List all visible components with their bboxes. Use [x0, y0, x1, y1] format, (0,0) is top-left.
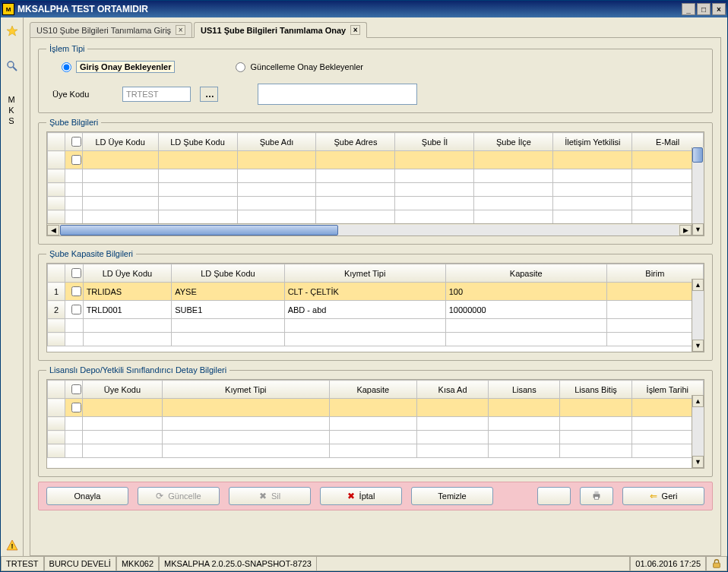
- status-version: MKSALPHA 2.0.25.0-SNAPSHOT-8723: [159, 557, 317, 571]
- svg-rect-6: [594, 491, 598, 495]
- grid1-col-1[interactable]: LD Şube Kodu: [158, 133, 237, 151]
- grid1-row[interactable]: [48, 183, 704, 197]
- blank-button[interactable]: [537, 487, 571, 505]
- onayla-button[interactable]: Onayla: [46, 487, 128, 505]
- rail-label: MKS: [8, 95, 15, 125]
- grid3: Üye Kodu Kıymet Tipi Kapasite Kısa Ad Li…: [46, 379, 704, 469]
- tab-close-icon[interactable]: ×: [350, 25, 360, 35]
- grid3-row[interactable]: [48, 444, 704, 458]
- islem-tipi-legend: İşlem Tipi: [46, 44, 87, 53]
- svg-text:!: !: [11, 542, 13, 550]
- grid3-col-1[interactable]: Kıymet Tipi: [162, 381, 329, 399]
- grid1-col-0[interactable]: LD Üye Kodu: [82, 133, 158, 151]
- grid1-table[interactable]: LD Üye Kodu LD Şube Kodu Şube Adı Şube A…: [47, 132, 704, 224]
- grid1-row[interactable]: [48, 197, 704, 210]
- tab-close-icon[interactable]: ×: [176, 25, 185, 35]
- grid3-header-row: Üye Kodu Kıymet Tipi Kapasite Kısa Ad Li…: [48, 381, 704, 399]
- status-bar: TRTEST BURCU DEVELİ MKK062 MKSALPHA 2.0.…: [1, 556, 727, 571]
- grid2-row[interactable]: [48, 333, 704, 346]
- grid1-row[interactable]: [48, 210, 704, 224]
- grid2-vscroll[interactable]: ▲ ▼: [692, 279, 704, 352]
- grid2-row[interactable]: 1 TRLIDAS AYSE CLT - ÇELTİK 100: [48, 283, 704, 301]
- status-app-code: MKK062: [116, 557, 159, 571]
- guncelle-button[interactable]: ⟳ Güncelle: [138, 487, 220, 505]
- grid2-row[interactable]: 2 TRLD001 SUBE1 ABD - abd 10000000: [48, 301, 704, 319]
- svg-marker-0: [7, 26, 17, 36]
- grid1-row[interactable]: [48, 169, 704, 183]
- grid1-row[interactable]: [48, 151, 704, 169]
- refresh-icon: ⟳: [156, 491, 163, 501]
- grid2-header-row: LD Üye Kodu LD Şube Kodu Kıymet Tipi Kap…: [48, 264, 704, 283]
- grid2-col-4[interactable]: Birim: [606, 264, 703, 283]
- grid3-row[interactable]: [48, 431, 704, 444]
- grid3-header-checkbox[interactable]: [65, 381, 83, 399]
- grid1-header-checkbox[interactable]: [65, 133, 82, 151]
- grid3-col-3[interactable]: Kısa Ad: [416, 381, 488, 399]
- grid3-col-5[interactable]: Lisans Bitiş: [560, 381, 631, 399]
- maximize-button[interactable]: □: [697, 3, 711, 15]
- grid3-col-0[interactable]: Üye Kodu: [83, 381, 163, 399]
- grid3-col-4[interactable]: Lisans: [489, 381, 560, 399]
- status-user-name: BURCU DEVELİ: [44, 557, 116, 571]
- tab-us10[interactable]: US10 Şube Bilgileri Tanımlama Giriş ×: [30, 22, 192, 38]
- temizle-button[interactable]: Temizle: [411, 487, 493, 505]
- grid1-col-6[interactable]: İletişim Yetkilisi: [553, 133, 632, 151]
- tab-label: US10 Şube Bilgileri Tanımlama Giriş: [36, 26, 171, 35]
- minimize-button[interactable]: _: [682, 3, 695, 15]
- iptal-button[interactable]: ✖ İptal: [320, 487, 402, 505]
- grid1-col-3[interactable]: Şube Adres: [316, 133, 395, 151]
- radio-guncelleme-onay-input[interactable]: [236, 62, 245, 72]
- grid3-vscroll[interactable]: ▲ ▼: [692, 395, 704, 468]
- back-arrow-icon: ⇐: [650, 491, 657, 501]
- search-icon[interactable]: [6, 60, 18, 72]
- sube-bilgileri-group: Şube Bilgileri: [38, 118, 713, 245]
- grid2-table[interactable]: LD Üye Kodu LD Şube Kodu Kıymet Tipi Kap…: [47, 264, 704, 346]
- grid2-col-1[interactable]: LD Şube Kodu: [172, 264, 284, 283]
- tab-panel: İşlem Tipi Giriş Onay Bekleyenler Güncel…: [30, 37, 721, 556]
- grid3-row[interactable]: [48, 399, 704, 417]
- radio-giris-onay-input[interactable]: [62, 62, 71, 72]
- radio-giris-onay[interactable]: Giriş Onay Bekleyenler: [62, 61, 175, 73]
- grid3-table[interactable]: Üye Kodu Kıymet Tipi Kapasite Kısa Ad Li…: [47, 380, 704, 458]
- scroll-left-icon[interactable]: ◀: [47, 225, 59, 235]
- grid2-row[interactable]: [48, 319, 704, 333]
- close-button[interactable]: ×: [712, 3, 726, 15]
- status-datetime: 01.06.2016 17:25: [630, 557, 706, 571]
- grid1-col-5[interactable]: Şube İlçe: [474, 133, 553, 151]
- grid3-row[interactable]: [48, 417, 704, 431]
- grid1-vscroll[interactable]: ▼: [692, 147, 704, 235]
- titlebar: M MKSALPHA TEST ORTAMIDIR _ □ ×: [1, 1, 727, 17]
- sil-button[interactable]: ✖ Sil: [229, 487, 311, 505]
- grid1-col-4[interactable]: Şube İl: [395, 133, 474, 151]
- status-spacer: [317, 557, 630, 571]
- uye-kodu-input[interactable]: [122, 87, 191, 102]
- tab-us11[interactable]: US11 Şube Bilgileri Tanımlama Onay ×: [194, 22, 367, 38]
- geri-button[interactable]: ⇐ Geri: [622, 487, 704, 505]
- warning-icon[interactable]: !: [6, 539, 18, 551]
- uye-kodu-lookup-button[interactable]: …: [200, 87, 218, 102]
- grid3-col-2[interactable]: Kapasite: [329, 381, 416, 399]
- scroll-right-icon[interactable]: ▶: [679, 225, 692, 235]
- grid1-col-2[interactable]: Şube Adı: [237, 133, 316, 151]
- grid2-col-0[interactable]: LD Üye Kodu: [83, 264, 172, 283]
- radio-guncelleme-onay[interactable]: Güncelleme Onay Bekleyenler: [236, 62, 363, 72]
- grid1-corner: [48, 133, 65, 151]
- sube-kapasite-legend: Şube Kapasite Bilgileri: [46, 249, 136, 258]
- svg-rect-7: [594, 497, 598, 500]
- main-area: US10 Şube Bilgileri Tanımlama Giriş × US…: [24, 17, 727, 556]
- radio-guncelleme-onay-label: Güncelleme Onay Bekleyenler: [250, 62, 363, 71]
- app-icon: M: [2, 3, 14, 15]
- grid2-col-3[interactable]: Kapasite: [445, 264, 606, 283]
- grid2-col-2[interactable]: Kıymet Tipi: [284, 264, 445, 283]
- print-button[interactable]: [580, 487, 613, 505]
- grid1: LD Üye Kodu LD Şube Kodu Şube Adı Şube A…: [46, 131, 704, 236]
- grid1-hscroll-thumb[interactable]: [60, 225, 338, 235]
- lisansli-depo-group: Lisanslı Depo/Yetkili Sınıflandırıcı Det…: [38, 365, 713, 477]
- action-bar: Onayla ⟳ Güncelle ✖ Sil ✖ İptal: [38, 482, 713, 510]
- uye-kodu-label: Üye Kodu: [52, 90, 113, 99]
- status-lock: [706, 557, 727, 571]
- grid1-hscroll[interactable]: ◀ ▶: [47, 223, 692, 235]
- window-buttons: _ □ ×: [682, 3, 726, 15]
- grid2-header-checkbox[interactable]: [65, 264, 83, 283]
- star-icon[interactable]: [6, 25, 18, 37]
